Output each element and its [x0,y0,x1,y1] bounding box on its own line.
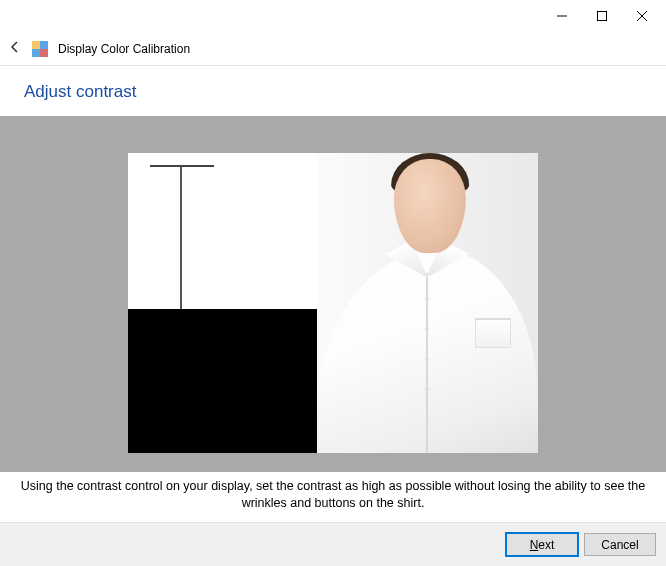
close-button[interactable] [622,2,662,30]
app-icon [32,41,48,57]
svg-rect-6 [40,49,48,57]
button-bar: Next Cancel [0,522,666,566]
contrast-sample-image [128,153,538,453]
svg-rect-5 [32,41,40,49]
minimize-button[interactable] [542,2,582,30]
cancel-button[interactable]: Cancel [584,533,656,556]
window-title: Display Color Calibration [58,42,190,56]
sample-panel [0,116,666,472]
instruction-text: Using the contrast control on your displ… [0,472,666,522]
next-button[interactable]: Next [506,533,578,556]
titlebar [0,0,666,32]
content-area: Adjust contrast Using the contrast contr… [0,66,666,522]
header: Display Color Calibration [0,32,666,66]
page-title: Adjust contrast [0,66,666,116]
maximize-button[interactable] [582,2,622,30]
svg-rect-1 [598,12,607,21]
back-icon[interactable] [8,40,22,57]
wizard-window: Display Color Calibration Adjust contras… [0,0,666,566]
